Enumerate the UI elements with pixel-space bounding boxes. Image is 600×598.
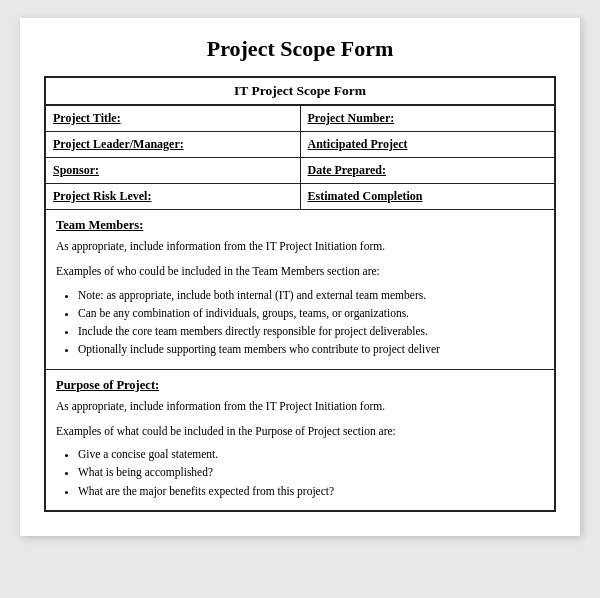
project-number-label: Project Number: bbox=[308, 111, 395, 125]
anticipated-project-cell: Anticipated Project bbox=[301, 132, 555, 157]
purpose-bullets: Give a concise goal statement. What is b… bbox=[78, 446, 544, 500]
project-leader-cell: Project Leader/Manager: bbox=[46, 132, 301, 157]
date-prepared-label: Date Prepared: bbox=[308, 163, 387, 177]
list-item: Optionally include supporting team membe… bbox=[78, 341, 544, 358]
list-item: Can be any combination of individuals, g… bbox=[78, 305, 544, 322]
sponsor-label: Sponsor: bbox=[53, 163, 99, 177]
list-item: Give a concise goal statement. bbox=[78, 446, 544, 463]
form-row-2: Project Leader/Manager: Anticipated Proj… bbox=[46, 132, 554, 158]
date-prepared-cell: Date Prepared: bbox=[301, 158, 555, 183]
risk-level-label: Project Risk Level: bbox=[53, 189, 151, 203]
anticipated-project-label: Anticipated Project bbox=[308, 137, 408, 151]
purpose-title: Purpose of Project: bbox=[56, 378, 544, 393]
list-item: Include the core team members directly r… bbox=[78, 323, 544, 340]
sponsor-cell: Sponsor: bbox=[46, 158, 301, 183]
estimated-completion-cell: Estimated Completion bbox=[301, 184, 555, 209]
project-leader-label: Project Leader/Manager: bbox=[53, 137, 184, 151]
page-container: Project Scope Form IT Project Scope Form… bbox=[20, 18, 580, 536]
form-header: IT Project Scope Form bbox=[46, 78, 554, 106]
form-row-1: Project Title: Project Number: bbox=[46, 106, 554, 132]
purpose-examples-intro: Examples of what could be included in th… bbox=[56, 423, 544, 440]
project-title-cell: Project Title: bbox=[46, 106, 301, 131]
purpose-intro: As appropriate, include information from… bbox=[56, 398, 544, 415]
form-row-4: Project Risk Level: Estimated Completion bbox=[46, 184, 554, 210]
team-members-section: Team Members: As appropriate, include in… bbox=[46, 210, 554, 370]
estimated-completion-label: Estimated Completion bbox=[308, 189, 423, 203]
purpose-section: Purpose of Project: As appropriate, incl… bbox=[46, 370, 554, 510]
team-members-title: Team Members: bbox=[56, 218, 544, 233]
list-item: What are the major benefits expected fro… bbox=[78, 483, 544, 500]
form-table: IT Project Scope Form Project Title: Pro… bbox=[44, 76, 556, 512]
team-members-intro: As appropriate, include information from… bbox=[56, 238, 544, 255]
team-members-examples-intro: Examples of who could be included in the… bbox=[56, 263, 544, 280]
team-members-bullets: Note: as appropriate, include both inter… bbox=[78, 287, 544, 359]
risk-level-cell: Project Risk Level: bbox=[46, 184, 301, 209]
form-row-3: Sponsor: Date Prepared: bbox=[46, 158, 554, 184]
project-number-cell: Project Number: bbox=[301, 106, 555, 131]
list-item: Note: as appropriate, include both inter… bbox=[78, 287, 544, 304]
page-title: Project Scope Form bbox=[44, 36, 556, 62]
list-item: What is being accomplished? bbox=[78, 464, 544, 481]
project-title-label: Project Title: bbox=[53, 111, 121, 125]
